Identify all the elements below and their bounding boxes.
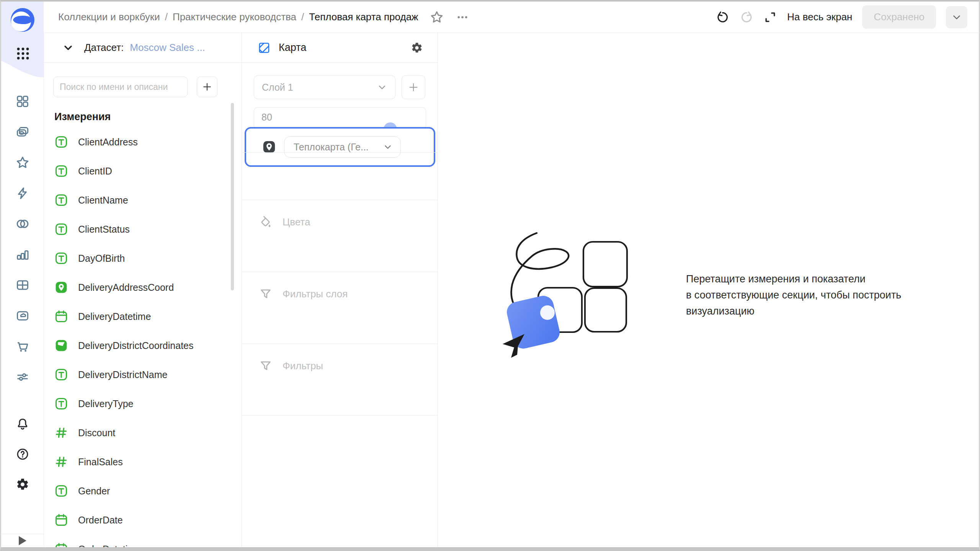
text-field-type-icon [54, 222, 68, 236]
field-row[interactable]: DayOfBirth [53, 244, 242, 273]
breadcrumb-item: Тепловая карта продаж / [309, 11, 418, 23]
save-menu-button[interactable] [946, 6, 967, 28]
add-layer-button[interactable] [402, 75, 425, 99]
fields-body: Измерения ClientAddress ClientID ClientN… [44, 63, 242, 551]
bell-icon [16, 417, 29, 431]
sidebar-nav-item[interactable] [1, 117, 44, 147]
drop-section[interactable]: Цвета [242, 200, 438, 272]
favorite-star-icon[interactable] [430, 10, 444, 24]
sidebar-nav-item[interactable] [1, 147, 44, 178]
sidebar-nav-item[interactable] [1, 270, 44, 300]
dataset-link[interactable]: Moscow Sales ... [130, 42, 205, 54]
viz-type-section-highlighted: Теплокарта (Ге... [245, 127, 435, 167]
layer-select[interactable]: Слой 1 [254, 75, 395, 99]
sidebar-nav-item[interactable] [1, 362, 44, 392]
text-field-type-icon [54, 193, 68, 207]
white-dot [540, 305, 555, 320]
top-bar-actions: На весь экран Сохранено [716, 5, 967, 29]
search-input[interactable] [53, 77, 188, 97]
sidebar-nav-item[interactable] [1, 209, 44, 239]
app-window: Коллекции и воркбуки / Практические руко… [0, 0, 980, 551]
table-icon [15, 278, 30, 292]
dashboard-grid-icon [15, 94, 30, 109]
number-field-type-icon [54, 426, 68, 440]
collapse-chevron-icon[interactable] [62, 42, 74, 54]
field-row[interactable]: FinalSales [53, 447, 242, 476]
field-name: DeliveryDistrictName [78, 369, 167, 380]
field-row[interactable]: DeliveryAddressCoord [53, 273, 242, 302]
geopoint-field-type-icon [54, 280, 68, 294]
field-row[interactable]: DeliveryDatetime [53, 302, 242, 331]
text-field-type-icon [54, 397, 68, 411]
field-row[interactable]: ClientAddress [53, 127, 242, 156]
sidebar-nav-item[interactable] [1, 331, 44, 362]
search-row [53, 77, 242, 97]
bar-chart-icon [15, 247, 30, 262]
field-row[interactable]: DeliveryType [53, 389, 242, 418]
sidebar-nav-item[interactable] [1, 300, 44, 331]
field-row[interactable]: ClientName [53, 186, 242, 215]
chevron-down-icon [951, 11, 962, 23]
calendar-field-type-icon [54, 310, 68, 323]
visualization-title[interactable]: Карта [279, 42, 306, 54]
undo-icon[interactable] [716, 10, 730, 24]
field-row[interactable]: DeliveryDistrictCoordinates [53, 331, 242, 360]
field-row[interactable]: Gender [53, 476, 242, 505]
fullscreen-label[interactable]: На весь экран [787, 11, 852, 23]
section-label: Фильтры [283, 360, 323, 372]
drop-section[interactable]: Фильтры слоя [242, 272, 438, 344]
lightning-icon [15, 186, 30, 201]
help-icon [16, 447, 29, 461]
text-field-type-icon [54, 135, 68, 149]
field-name: ClientStatus [78, 224, 130, 235]
more-options-icon[interactable] [456, 10, 469, 24]
plus-icon [408, 82, 419, 93]
field-name: OrderDatetime [78, 544, 141, 551]
field-row[interactable]: ClientID [53, 156, 242, 186]
map-settings-gear-icon[interactable] [411, 42, 423, 54]
layer-opacity-box [254, 107, 426, 129]
chart-canvas: Перетащите измерения и показателив соотв… [438, 33, 979, 547]
fullscreen-icon[interactable] [763, 10, 777, 24]
field-row[interactable]: ClientStatus [53, 215, 242, 244]
calendar-field-type-icon [54, 542, 68, 551]
sidebar-expand-button[interactable] [1, 534, 44, 547]
field-row[interactable]: OrderDate [53, 505, 242, 535]
paint-bucket-icon [259, 215, 273, 229]
breadcrumb-link[interactable]: Тепловая карта продаж [309, 11, 418, 23]
map-icon [258, 42, 270, 54]
scrollbar-thumb[interactable] [231, 103, 234, 290]
apps-grid-icon[interactable] [15, 46, 31, 61]
dataset-header: Датасет: Moscow Sales ... [44, 33, 242, 63]
viz-type-select[interactable]: Теплокарта (Ге... [284, 136, 401, 158]
sidebar-nav-item[interactable] [1, 178, 44, 209]
field-name: OrderDate [78, 515, 123, 526]
field-row[interactable]: Discount [53, 418, 242, 447]
sidebar-nav-item[interactable] [1, 86, 44, 117]
overlapping-circles-icon [15, 217, 30, 231]
sidebar-utility-item[interactable] [1, 469, 44, 499]
field-row[interactable]: DeliveryDistrictName [53, 360, 242, 389]
star-icon [15, 155, 30, 170]
add-field-button[interactable] [197, 77, 217, 97]
breadcrumb-link[interactable]: Практические руководства [173, 11, 296, 23]
breadcrumb-link[interactable]: Коллекции и воркбуки [58, 11, 160, 23]
section-label: Фильтры слоя [283, 288, 348, 300]
datalens-logo[interactable] [10, 8, 35, 32]
sidebar-nav-item[interactable] [1, 239, 44, 270]
cloud-folder-icon [15, 308, 30, 323]
grid-square-top-right [583, 242, 627, 287]
redo-icon[interactable] [740, 10, 753, 24]
left-rail-nav [1, 86, 44, 392]
text-field-type-icon [54, 164, 68, 178]
sidebar-utility-item[interactable] [1, 409, 44, 439]
field-name: Gender [78, 486, 110, 497]
field-row[interactable]: OrderDatetime [53, 535, 242, 551]
field-type-icon [54, 368, 68, 381]
viz-type-value: Теплокарта (Ге... [294, 142, 383, 153]
drop-section[interactable]: Фильтры [242, 344, 438, 416]
save-button[interactable]: Сохранено [862, 5, 936, 29]
field-name: FinalSales [78, 456, 123, 468]
funnel-icon [259, 359, 273, 373]
sidebar-utility-item[interactable] [1, 439, 44, 469]
